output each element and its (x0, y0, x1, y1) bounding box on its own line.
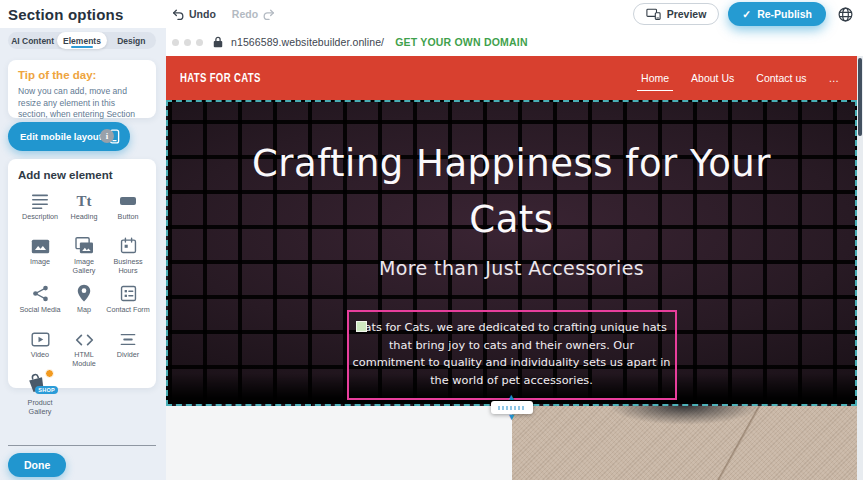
scrollbar-thumb[interactable] (858, 58, 862, 136)
preview-button[interactable]: Preview (633, 3, 720, 25)
cell-label: HTML Module (62, 350, 106, 368)
undo-label: Undo (189, 8, 216, 20)
done-button[interactable]: Done (8, 453, 66, 477)
add-element-video[interactable]: Video (18, 327, 62, 368)
nav-home[interactable]: Home (641, 72, 669, 84)
window-dot-icon (184, 39, 191, 46)
get-domain-link[interactable]: GET YOUR OWN DOMAIN (395, 36, 528, 48)
new-badge-icon (45, 369, 54, 378)
window-dot-icon (196, 39, 203, 46)
button-icon (118, 189, 138, 209)
undo-button[interactable]: Undo (172, 8, 216, 21)
hero-paragraph: Hats for Cats, we are dedicated to craft… (353, 319, 671, 389)
tab-elements[interactable]: Elements (57, 32, 106, 49)
globe-icon (837, 6, 854, 23)
browser-chrome-bar: n1566589.websitebuilder.online/ GET YOUR… (166, 28, 863, 56)
site-preview-pane: n1566589.websitebuilder.online/ GET YOUR… (166, 28, 863, 480)
cell-label: Heading (71, 212, 98, 221)
info-icon[interactable]: i (100, 129, 114, 143)
cell-label: Contact Form (106, 305, 150, 314)
undo-icon (172, 8, 185, 21)
republish-button[interactable]: ✓ Re-Publish (728, 2, 826, 26)
sidebar-divider (8, 445, 156, 446)
tab-design[interactable]: Design (107, 32, 156, 49)
check-icon: ✓ (742, 8, 751, 20)
section-resize-handle[interactable]: ▲ ▼ (490, 394, 534, 421)
tip-title: Tip of the day: (18, 69, 146, 81)
redo-icon (262, 8, 275, 21)
edit-mobile-label: Edit mobile layout (20, 131, 102, 142)
add-element-divider[interactable]: Divider (106, 327, 150, 368)
section-options-sidebar: AI Content Elements Design Tip of the da… (0, 28, 166, 480)
redo-label: Redo (232, 8, 258, 20)
website-canvas: HATS FOR CATS Home About Us Contact us …… (166, 56, 857, 480)
carpet-photo (512, 406, 857, 480)
add-element-image-gallery[interactable]: Image Gallery (62, 234, 106, 275)
video-icon (31, 327, 50, 347)
add-new-element-card: Add new element Description Tt Heading B… (8, 159, 156, 388)
nav-more-icon[interactable]: … (829, 72, 840, 84)
redo-button[interactable]: Redo (232, 8, 275, 21)
site-header: HATS FOR CATS Home About Us Contact us … (166, 56, 857, 100)
site-logo[interactable]: HATS FOR CATS (180, 71, 261, 85)
tip-of-the-day-card: Tip of the day: Now you can add, move an… (8, 60, 156, 118)
site-nav: Home About Us Contact us … (641, 56, 839, 100)
cell-label: Image (30, 257, 50, 266)
arrow-up-icon: ▲ (507, 394, 516, 401)
business-hours-icon (120, 234, 137, 254)
cell-label: Video (31, 350, 49, 359)
lock-icon (213, 36, 223, 48)
cell-label: Business Hours (106, 257, 150, 275)
add-element-html-module[interactable]: HTML Module (62, 327, 106, 368)
add-element-title: Add new element (18, 169, 150, 181)
add-element-heading[interactable]: Tt Heading (62, 189, 106, 227)
cell-label: Product Gallery (18, 398, 62, 416)
hero-section-selected[interactable]: Crafting Happiness for Your Cats More th… (166, 100, 857, 406)
add-element-button[interactable]: Button (106, 189, 150, 227)
topbar-actions: Preview ✓ Re-Publish (633, 0, 855, 28)
preview-label: Preview (667, 8, 707, 20)
image-icon (31, 234, 50, 254)
share-icon (32, 282, 49, 302)
add-element-social-media[interactable]: Social Media (18, 282, 62, 320)
add-element-product-gallery[interactable]: SHOP Product Gallery (18, 375, 62, 416)
language-globe-button[interactable] (835, 4, 855, 24)
element-drag-handle[interactable] (356, 321, 367, 332)
cell-label: Divider (117, 350, 139, 359)
add-element-business-hours[interactable]: Business Hours (106, 234, 150, 275)
cell-label: Social Media (19, 305, 60, 314)
divider-icon (119, 327, 137, 347)
cell-label: Button (118, 212, 139, 221)
cell-label: Map (77, 305, 91, 314)
preview-scrollbar[interactable] (857, 56, 863, 480)
hero-subheading[interactable]: More than Just Accessories (379, 257, 644, 279)
hero-heading[interactable]: Crafting Happiness for Your Cats (252, 136, 772, 247)
code-icon (75, 327, 94, 347)
nav-about-us[interactable]: About Us (691, 72, 734, 84)
cell-label: Description (22, 212, 58, 221)
site-url: n1566589.websitebuilder.online/ (231, 36, 384, 48)
shop-badge: SHOP (35, 386, 58, 394)
undo-redo-group: Undo Redo (172, 0, 275, 28)
sidebar-tabs: AI Content Elements Design (8, 32, 156, 49)
page-title: Section options (8, 6, 124, 23)
tab-ai-content[interactable]: AI Content (8, 32, 57, 49)
nav-contact-us[interactable]: Contact us (756, 72, 806, 84)
arrow-down-icon: ▼ (507, 414, 516, 421)
add-element-map[interactable]: Map (62, 282, 106, 320)
contact-form-icon (120, 282, 137, 302)
add-element-image[interactable]: Image (18, 234, 62, 275)
republish-label: Re-Publish (757, 8, 812, 20)
editor-topbar: Section options Undo Redo Preview ✓ Re-P… (0, 0, 863, 28)
add-element-description[interactable]: Description (18, 189, 62, 227)
product-gallery-icon: SHOP (28, 375, 52, 395)
add-element-grid: Description Tt Heading Button Image Imag… (18, 189, 150, 416)
image-gallery-icon (75, 234, 94, 254)
app-window: Section options Undo Redo Preview ✓ Re-P… (0, 0, 863, 480)
add-element-contact-form[interactable]: Contact Form (106, 282, 150, 320)
heading-icon: Tt (77, 189, 92, 209)
devices-icon (646, 8, 661, 20)
hero-paragraph-box[interactable]: Hats for Cats, we are dedicated to craft… (347, 310, 677, 400)
text-lines-icon (30, 189, 50, 209)
map-pin-icon (77, 282, 91, 302)
